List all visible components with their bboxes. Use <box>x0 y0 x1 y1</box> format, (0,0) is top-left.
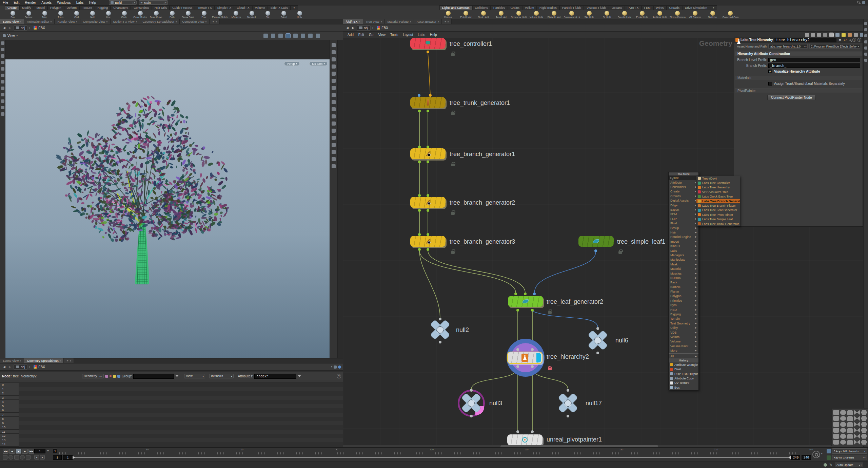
node-shape-option[interactable] <box>833 434 839 439</box>
shelf-tool[interactable]: Tube <box>37 10 53 19</box>
connector-dot[interactable] <box>427 146 429 148</box>
node-shape-option[interactable] <box>861 422 867 427</box>
geometry-dropdown[interactable]: Geometry▲▼ <box>82 374 104 378</box>
table-row[interactable]: 1 <box>0 387 343 392</box>
tab-menu-result[interactable]: Labs Tree Simple Leaf <box>696 217 740 222</box>
tab-menu-result[interactable]: Labs Quick Basic Tree <box>696 194 740 199</box>
shelf-tool[interactable]: Box <box>5 10 21 19</box>
shelf-tab[interactable]: Model <box>34 5 48 10</box>
node-shape-option[interactable] <box>840 434 846 439</box>
jump-start-button[interactable]: ◀◀ <box>3 449 8 454</box>
shelf-tab[interactable]: Particle Fluids <box>559 5 584 10</box>
table-row[interactable]: 0 <box>0 383 343 387</box>
shelf-tab[interactable]: Hair Utils <box>152 5 170 10</box>
shelf-tab[interactable]: + <box>710 5 717 10</box>
view-mode-icon[interactable] <box>3 34 6 37</box>
connector-dot[interactable] <box>470 389 473 392</box>
tab-menu-category[interactable]: Manipulate▶ <box>669 258 698 262</box>
scene-selector[interactable]: ⊕ Main ▲▼ <box>139 0 168 5</box>
network-menu-item[interactable]: Labs <box>415 33 428 37</box>
history-item[interactable]: UV Texture <box>669 381 698 385</box>
node-shape-option[interactable] <box>861 416 867 421</box>
shelf-tab[interactable]: Create <box>5 5 19 10</box>
node-tree-branch-generator2[interactable] <box>410 197 446 208</box>
table-row[interactable]: 8 <box>0 417 343 421</box>
pane-tab[interactable]: Material Palette <box>385 19 414 24</box>
tab-menu-category[interactable]: Volume Paint▶ <box>669 344 698 348</box>
tab-menu-result[interactable]: Tree (Dev) <box>696 176 740 181</box>
tab-menu-category[interactable]: Import▶ <box>669 239 698 244</box>
right-toolbar-icon[interactable] <box>864 53 867 56</box>
tab-menu-category[interactable]: Attribute▶ <box>669 180 698 185</box>
network-menu-item[interactable]: Help <box>428 33 439 37</box>
viewport-tool-icon[interactable] <box>278 34 283 38</box>
shelf-tool[interactable]: Path <box>164 10 180 19</box>
section-pivotpainter[interactable]: PivotPainter <box>735 89 862 93</box>
pane-tab[interactable]: + <box>442 19 452 24</box>
tab-menu-category[interactable]: KineFX▶ <box>669 244 698 248</box>
range-end2-field[interactable]: 240 <box>802 455 811 460</box>
pane-tab[interactable]: Geometry Spreadsheet <box>24 358 64 363</box>
connector-dot[interactable] <box>516 309 519 312</box>
node-shape-option[interactable] <box>847 428 853 433</box>
connector-dot[interactable] <box>427 110 429 112</box>
range-start-button[interactable]: ◂ <box>34 455 39 460</box>
shelf-tab[interactable]: Lights and Cameras <box>439 5 472 10</box>
connector-dot[interactable] <box>418 194 421 197</box>
tab-menu-category[interactable]: Muscles▶ <box>669 271 698 276</box>
node-shape-option[interactable] <box>861 440 867 445</box>
shelf-tab[interactable]: + <box>291 5 298 10</box>
table-row[interactable]: 14 <box>0 442 343 447</box>
node-shape-option[interactable] <box>833 440 839 445</box>
prims-icon[interactable] <box>113 375 116 378</box>
pane-tab[interactable]: + <box>210 19 219 24</box>
shelf-tool[interactable]: L-System <box>228 10 244 19</box>
display-option-icon[interactable] <box>332 57 336 61</box>
display-option-icon[interactable] <box>332 93 336 97</box>
filter-icon[interactable] <box>175 375 179 377</box>
tab-menu-result[interactable]: VDB Visualize Tree <box>696 190 740 194</box>
shelf-tool[interactable]: Distant Light <box>545 10 563 19</box>
points-icon[interactable] <box>105 375 108 378</box>
node-tree-trunk-generator1[interactable] <box>410 97 446 108</box>
node-shape-option[interactable] <box>854 410 860 415</box>
node-shape-option[interactable] <box>840 410 846 415</box>
breadcrumb-fbx[interactable]: FBX <box>32 364 47 370</box>
connector-dot[interactable] <box>439 341 441 343</box>
connector-dot[interactable] <box>418 209 421 212</box>
tab-menu-result[interactable]: Labs Tree Trunk Generator <box>696 222 740 226</box>
pane-tab[interactable]: Render View <box>55 19 80 24</box>
shelf-tab[interactable]: Pyro FX <box>625 5 642 10</box>
audio-toggle[interactable] <box>14 455 19 460</box>
shelf-tab[interactable]: Drive Simulation <box>682 5 710 10</box>
table-row[interactable]: 10 <box>0 425 343 430</box>
tab-menu-category[interactable]: Digital Assets▶ <box>669 199 698 203</box>
help-icon[interactable]: ? <box>857 38 861 42</box>
key-icon[interactable] <box>812 451 820 458</box>
network-toolbar-icon[interactable] <box>805 33 809 37</box>
shelf-tool[interactable]: Spot Light <box>475 10 492 19</box>
tab-menu-category[interactable]: Group▶ <box>669 226 698 230</box>
table-row[interactable]: 5 <box>0 404 343 409</box>
connect-pivotpainter-button[interactable]: Connect PivotPainter Node <box>767 95 816 100</box>
branch-prefix-input[interactable]: _branch_ <box>768 63 860 68</box>
network-menu-item[interactable]: View <box>376 33 388 37</box>
tab-menu-result[interactable]: Labs Tree Branch Generator <box>696 199 740 203</box>
attributes-input[interactable]: *ndex* <box>254 374 296 379</box>
shelf-tool[interactable]: Helix <box>292 10 308 19</box>
pane-tab[interactable]: Scene View <box>0 358 24 363</box>
bypass-flag[interactable] <box>536 353 541 362</box>
menu-item[interactable]: Windows <box>54 1 74 4</box>
connector-dot[interactable] <box>427 161 429 163</box>
connector-dot[interactable] <box>567 389 569 392</box>
shelf-tab[interactable]: Volume <box>252 5 268 10</box>
frame-ruler[interactable]: 1 306090120150180210240 <box>53 448 810 454</box>
network-toolbar-icon[interactable] <box>848 33 852 37</box>
connector-dot[interactable] <box>514 293 517 295</box>
shelf-tool[interactable]: Sphere <box>21 10 37 19</box>
tab-menu-category[interactable]: Vellum▶ <box>669 335 698 339</box>
asset-name-dropdown[interactable]: labs::tree_hierarchy::1.0▲▼ <box>768 44 808 49</box>
camera-selector[interactable]: No cam▾ <box>309 61 328 66</box>
tab-menu-result[interactable]: Labs Tree Hierarchy <box>696 185 740 190</box>
shelf-tool[interactable]: GI Light <box>598 10 616 19</box>
